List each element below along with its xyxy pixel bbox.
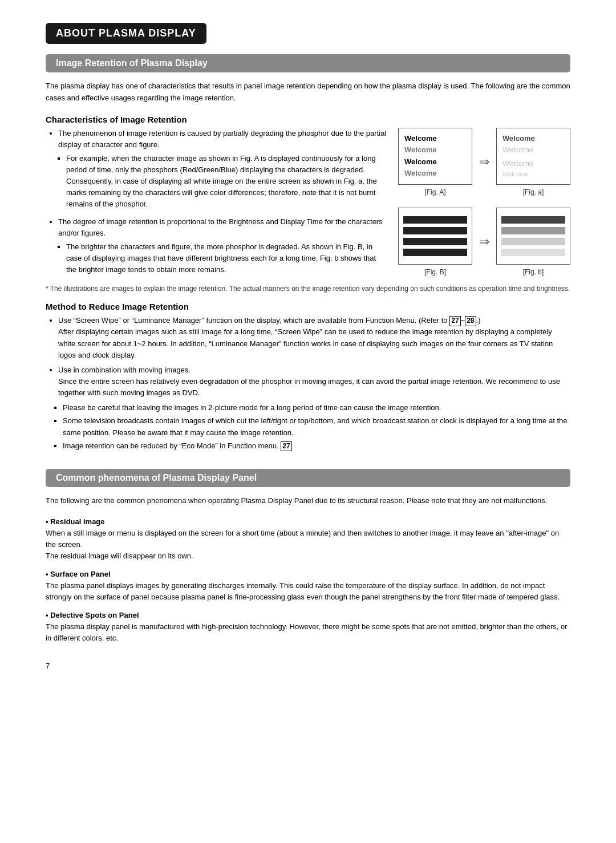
fig-b-block: [Fig. B] <box>398 208 472 276</box>
residual-text-content: When a still image or menu is displayed … <box>46 529 559 560</box>
method-bullet-1-text-2: .) <box>476 316 481 325</box>
sub-title: Image Retention of Plasma Display <box>46 54 570 72</box>
fig-a-result-block: Welcome Welcome Welcome Welcome [Fig. a] <box>496 128 570 196</box>
main-title: ABOUT PLASMA DISPLAY <box>46 23 206 44</box>
fig-a-result-box: Welcome Welcome Welcome Welcome <box>496 128 570 185</box>
main-title-bar: ABOUT PLASMA DISPLAY <box>46 23 570 54</box>
fig-b-result-box <box>496 208 570 265</box>
fig-a-res-line-4: Welcome <box>502 170 529 179</box>
method-inner-bullet-2: Some television broadcasts contain image… <box>63 415 570 438</box>
fig-a-line-3: Welcome <box>404 157 437 167</box>
method-bullet-list: Use “Screen Wipe” or “Luminance Manager”… <box>46 315 570 399</box>
surface-heading: Surface on Panel <box>46 570 570 578</box>
fig-b-res-stripe-4 <box>501 249 565 256</box>
method-bullet-2: Use in combination with moving images. S… <box>58 364 570 399</box>
characteristics-section: Characteristics of Image Retention The p… <box>46 115 570 294</box>
method-inner-bullet-3: Image retention can be reduced by “Eco M… <box>63 440 570 452</box>
fig-b-box <box>398 208 472 265</box>
sub-title-bar: Image Retention of Plasma Display <box>46 54 570 72</box>
surface-text: The plasma panel displays images by gene… <box>46 580 570 603</box>
fig-b-stripe-3 <box>403 238 467 245</box>
arrow-b: ⇒ <box>479 234 489 249</box>
fig-a-line-4: Welcome <box>404 168 437 179</box>
char-bullet-2: The degree of image retention is proport… <box>58 216 388 239</box>
char-sub-bullet-2: The brighter the characters and figure, … <box>66 241 388 275</box>
fig-b-pair: [Fig. B] ⇒ [Fig. b] <box>398 208 570 276</box>
fig-a-label: [Fig. A] <box>424 188 445 196</box>
figures-column: Welcome Welcome Welcome Welcome [Fig. A]… <box>398 128 570 276</box>
char-bullet-list-2: The degree of image retention is proport… <box>46 216 388 276</box>
fig-a-line-1: Welcome <box>404 133 437 144</box>
method-inner-bullets: Please be careful that leaving the image… <box>46 402 570 452</box>
arrow-a: ⇒ <box>479 155 489 169</box>
ref-box-2: 28 <box>465 316 476 326</box>
method-bullet-1-text-1: Use “Screen Wipe” or “Luminance Manager”… <box>58 316 449 325</box>
method-tilde: ~ <box>461 316 465 325</box>
fig-a-res-line-3: Welcome <box>502 159 533 169</box>
fig-b-label: [Fig. B] <box>424 268 446 276</box>
method-bullet-2-text: Use in combination with moving images. <box>58 366 191 374</box>
defective-text: The plasma display panel is manufactured… <box>46 621 570 644</box>
fig-a-box: Welcome Welcome Welcome Welcome <box>398 128 472 185</box>
common-intro: The following are the common phenomena w… <box>46 495 570 507</box>
ref-box-1: 27 <box>449 316 460 326</box>
method-bullet5-text: Image retention can be reduced by “Eco M… <box>63 441 281 450</box>
method-bullet-1-cont: After displaying certain images such as … <box>58 327 553 359</box>
defective-heading: Defective Spots on Panel <box>46 611 570 619</box>
common-section: Common phenomena of Plasma Display Panel… <box>46 469 570 645</box>
characteristics-heading: Characteristics of Image Retention <box>46 115 570 124</box>
page-number: 7 <box>46 662 570 670</box>
method-bullet-2-cont: Since the entire screen has relatively e… <box>58 377 560 397</box>
fig-b-res-stripe-3 <box>501 238 565 245</box>
char-bullet-list: The phenomenon of image retention is cau… <box>46 128 388 210</box>
method-inner-bullet-1: Please be careful that leaving the image… <box>63 402 570 414</box>
fig-b-res-stripe-1 <box>501 216 565 224</box>
fig-b-result-label: [Fig. b] <box>523 268 544 276</box>
fig-b-result-block: [Fig. b] <box>496 208 570 276</box>
char-bullet-1: The phenomenon of image retention is cau… <box>58 128 388 151</box>
common-sub-title: Common phenomena of Plasma Display Panel <box>46 469 570 487</box>
fig-a-line-2: Welcome <box>404 145 437 155</box>
ref-box-3: 27 <box>281 441 291 452</box>
char-sub-bullet-list-2: The brighter the characters and figure, … <box>54 241 388 275</box>
residual-heading: Residual image <box>46 517 570 526</box>
fig-a-result-label: [Fig. a] <box>523 188 544 196</box>
method-bullet-1: Use “Screen Wipe” or “Luminance Manager”… <box>58 315 570 361</box>
fig-b-stripe-2 <box>403 227 467 234</box>
residual-text: When a still image or menu is displayed … <box>46 528 570 562</box>
method-section: Method to Reduce Image Retention Use “Sc… <box>46 302 570 452</box>
fig-b-stripe-1 <box>403 216 467 224</box>
fig-a-res-line-2: Welcome <box>502 145 533 155</box>
intro-paragraph: The plasma display has one of characteri… <box>46 80 570 104</box>
fig-a-res-line-1: Welcome <box>502 133 535 144</box>
characteristics-text-col: The phenomenon of image retention is cau… <box>46 128 388 279</box>
char-sub-bullet-list-1: For example, when the character image as… <box>54 153 388 210</box>
figures-footnote: * The illustrations are images to explai… <box>46 283 570 294</box>
characteristics-content: The phenomenon of image retention is cau… <box>46 128 570 279</box>
method-heading: Method to Reduce Image Retention <box>46 302 570 311</box>
fig-a-block: Welcome Welcome Welcome Welcome [Fig. A] <box>398 128 472 196</box>
fig-a-pair: Welcome Welcome Welcome Welcome [Fig. A]… <box>398 128 570 196</box>
fig-b-stripe-4 <box>403 249 467 256</box>
fig-b-res-stripe-2 <box>501 227 565 234</box>
char-sub-bullet-1: For example, when the character image as… <box>66 153 388 210</box>
